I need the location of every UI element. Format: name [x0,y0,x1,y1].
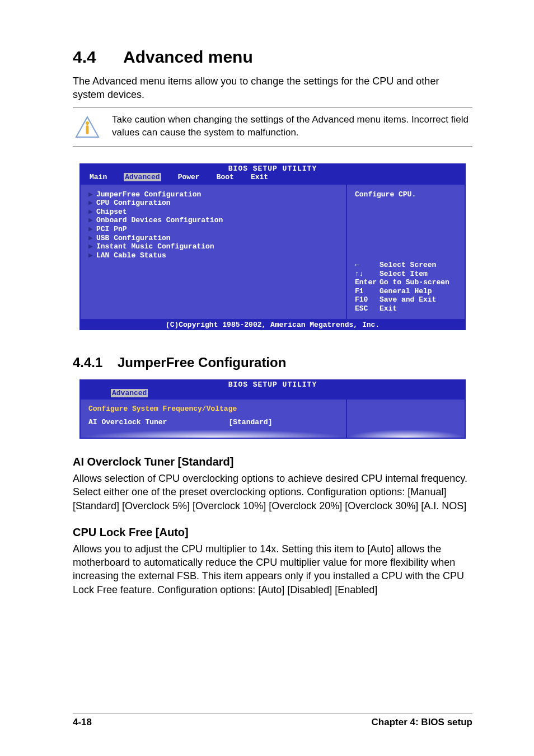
section-heading: 4.4Advanced menu [73,48,472,67]
bios-screen-jumperfree: BIOS SETUP UTILITY Advanced Configure Sy… [79,379,466,439]
option-body-cpu-lock: Allows you to adjust the CPU multiplier … [73,542,472,597]
submenu-arrow-icon: ▶ [88,216,96,225]
intro-paragraph: The Advanced menu items allow you to cha… [73,74,472,102]
menu-item-music[interactable]: ▶Instant Music Configuration [88,242,338,251]
bios-config-panel: Configure System Frequency/Voltage AI Ov… [81,400,346,438]
menu-item-onboard[interactable]: ▶Onboard Devices Configuration [88,216,338,225]
menu-item-chipset[interactable]: ▶Chipset [88,208,338,217]
bios-title: BIOS SETUP UTILITY [79,163,466,173]
bios-tab-boot[interactable]: Boot [217,173,234,181]
page-number: 4-18 [73,717,92,728]
bios-tab-advanced[interactable]: Advanced [111,389,148,397]
bios-help-keys: ←Select Screen ↑↓Select Item EnterGo to … [355,261,457,313]
key-desc: General Help [380,287,432,295]
page-footer: 4-18 Chapter 4: BIOS setup [73,713,472,728]
menu-label: Chipset [96,208,127,216]
key-desc: Go to Sub-screen [380,278,449,287]
key-left-icon: ← [355,261,380,270]
svg-point-1 [86,121,89,125]
menu-label: Onboard Devices Configuration [96,216,223,224]
bios-tab-row: MainAdvancedPowerBootExit [79,173,466,184]
bios-copyright: (C)Copyright 1985-2002, American Megatre… [79,320,466,330]
option-label: AI Overclock Tuner [88,418,167,426]
key-desc: Save and Exit [380,295,436,304]
submenu-arrow-icon: ▶ [88,251,96,260]
submenu-arrow-icon: ▶ [88,242,96,251]
submenu-arrow-icon: ▶ [88,190,96,199]
menu-label: JumperFree Configuration [96,190,201,199]
bios-title: BIOS SETUP UTILITY [79,379,466,389]
submenu-arrow-icon: ▶ [88,208,96,217]
caution-box: Take caution when changing the settings … [73,107,472,147]
config-option-row[interactable]: AI Overclock Tuner[Standard] [88,417,338,428]
subsection-heading: 4.4.1JumperFree Configuration [73,355,472,370]
menu-label: Instant Music Configuration [96,242,214,251]
subsection-title: JumperFree Configuration [118,355,286,370]
key-esc: ESC [355,304,380,313]
caution-text: Take caution when changing the settings … [112,114,472,140]
option-body-ai-tuner: Allows selection of CPU overclocking opt… [73,472,472,513]
bios-help-text: Configure CPU. [355,190,457,199]
config-header: Configure System Frequency/Voltage [88,404,338,417]
menu-item-usb[interactable]: ▶USB Configuration [88,234,338,243]
option-heading-cpu-lock: CPU Lock Free [Auto] [73,526,472,539]
bios-tab-main[interactable]: Main [90,173,107,181]
menu-item-cpu[interactable]: ▶CPU Configuration [88,199,338,208]
submenu-arrow-icon: ▶ [88,225,96,234]
bios-screen-advanced: BIOS SETUP UTILITY MainAdvancedPowerBoot… [79,163,466,330]
submenu-arrow-icon: ▶ [88,234,96,243]
subsection-number: 4.4.1 [73,355,118,370]
key-updown-icon: ↑↓ [355,270,380,279]
bios-body: Configure System Frequency/Voltage AI Ov… [79,398,466,439]
bios-body: ▶JumperFree Configuration ▶CPU Configura… [79,184,466,320]
key-desc: Select Screen [380,261,436,269]
menu-item-lan[interactable]: ▶LAN Cable Status [88,251,338,260]
section-title: Advanced menu [123,48,253,66]
option-value: [Standard] [228,417,272,428]
menu-item-pci[interactable]: ▶PCI PnP [88,225,338,234]
menu-label: CPU Configuration [96,199,171,207]
key-desc: Exit [380,304,397,313]
bios-tab-row: Advanced [79,389,466,398]
section-number: 4.4 [73,48,123,67]
option-heading-ai-tuner: AI Overclock Tuner [Standard] [73,456,472,468]
menu-label: USB Configuration [96,234,171,242]
bios-tab-power[interactable]: Power [178,173,200,181]
bios-tab-exit[interactable]: Exit [251,173,268,181]
menu-label: LAN Cable Status [96,251,166,260]
bios-help-panel [347,400,465,438]
key-f10: F10 [355,295,380,304]
bios-tab-advanced[interactable]: Advanced [124,173,161,181]
menu-label: PCI PnP [96,225,127,233]
key-enter: Enter [355,278,380,287]
key-f1: F1 [355,287,380,296]
bios-help-panel: Configure CPU. ←Select Screen ↑↓Select I… [347,185,465,319]
key-desc: Select Item [380,270,428,278]
caution-icon [73,114,101,140]
bios-menu-list: ▶JumperFree Configuration ▶CPU Configura… [81,185,346,319]
svg-rect-2 [86,125,89,134]
chapter-title: Chapter 4: BIOS setup [372,717,472,728]
menu-item-jumperfree[interactable]: ▶JumperFree Configuration [88,190,338,199]
submenu-arrow-icon: ▶ [88,199,96,208]
